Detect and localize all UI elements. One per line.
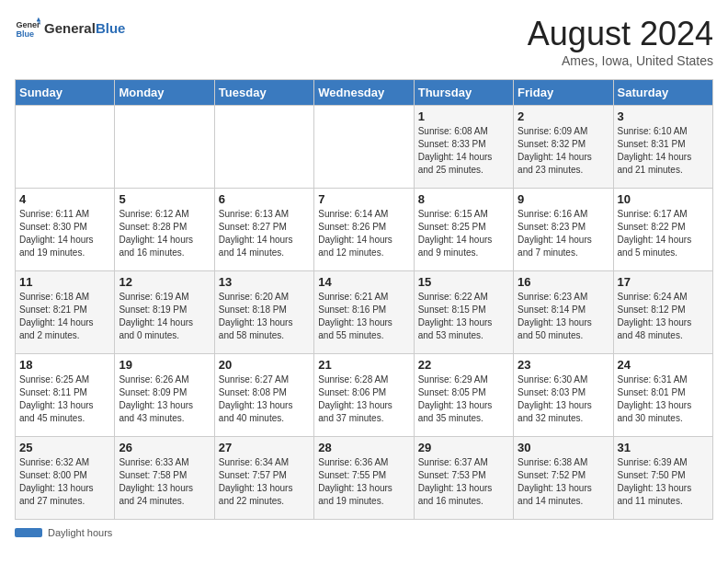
calendar-cell: 4Sunrise: 6:11 AM Sunset: 8:30 PM Daylig… [16, 189, 115, 271]
day-number: 13 [219, 275, 310, 289]
calendar-cell: 11Sunrise: 6:18 AM Sunset: 8:21 PM Dayli… [16, 271, 115, 354]
day-number: 3 [618, 109, 709, 123]
title-block: August 2024 Ames, Iowa, United States [528, 15, 713, 68]
header-friday: Friday [514, 80, 613, 106]
day-number: 15 [418, 275, 509, 289]
calendar-cell: 2Sunrise: 6:09 AM Sunset: 8:32 PM Daylig… [514, 106, 613, 189]
day-info: Sunrise: 6:30 AM Sunset: 8:03 PM Dayligh… [518, 373, 609, 425]
day-info: Sunrise: 6:11 AM Sunset: 8:30 PM Dayligh… [19, 208, 110, 259]
day-info: Sunrise: 6:37 AM Sunset: 7:53 PM Dayligh… [418, 456, 509, 508]
page-header: General Blue General Blue August 2024 Am… [15, 15, 713, 68]
calendar-cell: 10Sunrise: 6:17 AM Sunset: 8:22 PM Dayli… [613, 189, 712, 271]
day-info: Sunrise: 6:27 AM Sunset: 8:08 PM Dayligh… [219, 373, 310, 425]
day-number: 18 [19, 358, 110, 372]
day-number: 20 [219, 358, 310, 372]
header-tuesday: Tuesday [214, 80, 313, 106]
day-number: 23 [518, 358, 609, 372]
day-info: Sunrise: 6:25 AM Sunset: 8:11 PM Dayligh… [19, 373, 110, 425]
calendar-cell [115, 106, 214, 189]
day-number: 24 [618, 358, 709, 372]
calendar-cell: 29Sunrise: 6:37 AM Sunset: 7:53 PM Dayli… [414, 437, 513, 520]
calendar-cell: 21Sunrise: 6:28 AM Sunset: 8:06 PM Dayli… [314, 354, 414, 437]
day-info: Sunrise: 6:12 AM Sunset: 8:28 PM Dayligh… [119, 208, 210, 259]
header-thursday: Thursday [414, 80, 513, 106]
calendar-cell: 23Sunrise: 6:30 AM Sunset: 8:03 PM Dayli… [514, 354, 613, 437]
day-number: 28 [318, 441, 409, 454]
day-info: Sunrise: 6:29 AM Sunset: 8:05 PM Dayligh… [418, 373, 509, 425]
calendar-cell: 28Sunrise: 6:36 AM Sunset: 7:55 PM Dayli… [314, 437, 414, 520]
calendar-cell: 18Sunrise: 6:25 AM Sunset: 8:11 PM Dayli… [16, 354, 115, 437]
month-title: August 2024 [528, 15, 713, 53]
calendar-week-row: 11Sunrise: 6:18 AM Sunset: 8:21 PM Dayli… [16, 271, 713, 354]
day-info: Sunrise: 6:26 AM Sunset: 8:09 PM Dayligh… [119, 373, 210, 425]
calendar-cell: 1Sunrise: 6:08 AM Sunset: 8:33 PM Daylig… [414, 106, 513, 189]
calendar-week-row: 25Sunrise: 6:32 AM Sunset: 8:00 PM Dayli… [16, 437, 713, 520]
logo-general-text: General [44, 20, 96, 36]
calendar-cell: 24Sunrise: 6:31 AM Sunset: 8:01 PM Dayli… [613, 354, 712, 437]
calendar-cell: 15Sunrise: 6:22 AM Sunset: 8:15 PM Dayli… [414, 271, 513, 354]
footer: Daylight hours [15, 527, 713, 538]
day-number: 31 [618, 441, 709, 454]
calendar-cell: 8Sunrise: 6:15 AM Sunset: 8:25 PM Daylig… [414, 189, 513, 271]
svg-marker-2 [37, 17, 40, 21]
day-info: Sunrise: 6:38 AM Sunset: 7:52 PM Dayligh… [518, 456, 609, 508]
day-info: Sunrise: 6:17 AM Sunset: 8:22 PM Dayligh… [618, 208, 709, 259]
calendar-cell [214, 106, 313, 189]
header-sunday: Sunday [16, 80, 115, 106]
day-info: Sunrise: 6:13 AM Sunset: 8:27 PM Dayligh… [219, 208, 310, 259]
day-info: Sunrise: 6:08 AM Sunset: 8:33 PM Dayligh… [418, 125, 509, 177]
calendar-cell: 12Sunrise: 6:19 AM Sunset: 8:19 PM Dayli… [115, 271, 214, 354]
calendar-cell: 3Sunrise: 6:10 AM Sunset: 8:31 PM Daylig… [613, 106, 712, 189]
calendar-cell: 25Sunrise: 6:32 AM Sunset: 8:00 PM Dayli… [16, 437, 115, 520]
day-info: Sunrise: 6:21 AM Sunset: 8:16 PM Dayligh… [318, 291, 409, 342]
day-number: 27 [219, 441, 310, 454]
day-number: 14 [318, 275, 409, 289]
day-number: 26 [119, 441, 210, 454]
day-number: 5 [119, 192, 210, 206]
day-info: Sunrise: 6:28 AM Sunset: 8:06 PM Dayligh… [318, 373, 409, 425]
day-info: Sunrise: 6:18 AM Sunset: 8:21 PM Dayligh… [19, 291, 110, 342]
location: Ames, Iowa, United States [528, 53, 713, 68]
day-number: 7 [318, 192, 409, 206]
calendar-cell: 30Sunrise: 6:38 AM Sunset: 7:52 PM Dayli… [514, 437, 613, 520]
day-number: 1 [418, 109, 509, 123]
day-number: 19 [119, 358, 210, 372]
header-saturday: Saturday [613, 80, 712, 106]
day-info: Sunrise: 6:16 AM Sunset: 8:23 PM Dayligh… [518, 208, 609, 259]
daylight-bar-icon [15, 528, 42, 537]
logo: General Blue General Blue [15, 15, 125, 40]
day-info: Sunrise: 6:15 AM Sunset: 8:25 PM Dayligh… [418, 208, 509, 259]
day-number: 4 [19, 192, 110, 206]
calendar-cell: 17Sunrise: 6:24 AM Sunset: 8:12 PM Dayli… [613, 271, 712, 354]
calendar-cell: 5Sunrise: 6:12 AM Sunset: 8:28 PM Daylig… [115, 189, 214, 271]
day-number: 8 [418, 192, 509, 206]
day-info: Sunrise: 6:33 AM Sunset: 7:58 PM Dayligh… [119, 456, 210, 508]
calendar-cell: 31Sunrise: 6:39 AM Sunset: 7:50 PM Dayli… [613, 437, 712, 520]
day-number: 11 [19, 275, 110, 289]
calendar-cell [314, 106, 414, 189]
svg-text:General: General [16, 20, 40, 29]
day-number: 10 [618, 192, 709, 206]
day-number: 12 [119, 275, 210, 289]
day-info: Sunrise: 6:31 AM Sunset: 8:01 PM Dayligh… [618, 373, 709, 425]
calendar-cell: 22Sunrise: 6:29 AM Sunset: 8:05 PM Dayli… [414, 354, 513, 437]
calendar-cell: 20Sunrise: 6:27 AM Sunset: 8:08 PM Dayli… [214, 354, 313, 437]
calendar-cell: 6Sunrise: 6:13 AM Sunset: 8:27 PM Daylig… [214, 189, 313, 271]
svg-text:Blue: Blue [16, 29, 34, 39]
footer-label: Daylight hours [48, 527, 112, 538]
calendar-table: SundayMondayTuesdayWednesdayThursdayFrid… [15, 79, 713, 520]
calendar-cell: 27Sunrise: 6:34 AM Sunset: 7:57 PM Dayli… [214, 437, 313, 520]
day-info: Sunrise: 6:19 AM Sunset: 8:19 PM Dayligh… [119, 291, 210, 342]
day-number: 17 [618, 275, 709, 289]
day-info: Sunrise: 6:10 AM Sunset: 8:31 PM Dayligh… [618, 125, 709, 177]
calendar-cell: 26Sunrise: 6:33 AM Sunset: 7:58 PM Dayli… [115, 437, 214, 520]
header-wednesday: Wednesday [314, 80, 414, 106]
day-number: 2 [518, 109, 609, 123]
header-monday: Monday [115, 80, 214, 106]
calendar-header-row: SundayMondayTuesdayWednesdayThursdayFrid… [16, 80, 713, 106]
calendar-cell: 19Sunrise: 6:26 AM Sunset: 8:09 PM Dayli… [115, 354, 214, 437]
day-number: 9 [518, 192, 609, 206]
day-number: 29 [418, 441, 509, 454]
calendar-cell: 7Sunrise: 6:14 AM Sunset: 8:26 PM Daylig… [314, 189, 414, 271]
calendar-week-row: 18Sunrise: 6:25 AM Sunset: 8:11 PM Dayli… [16, 354, 713, 437]
